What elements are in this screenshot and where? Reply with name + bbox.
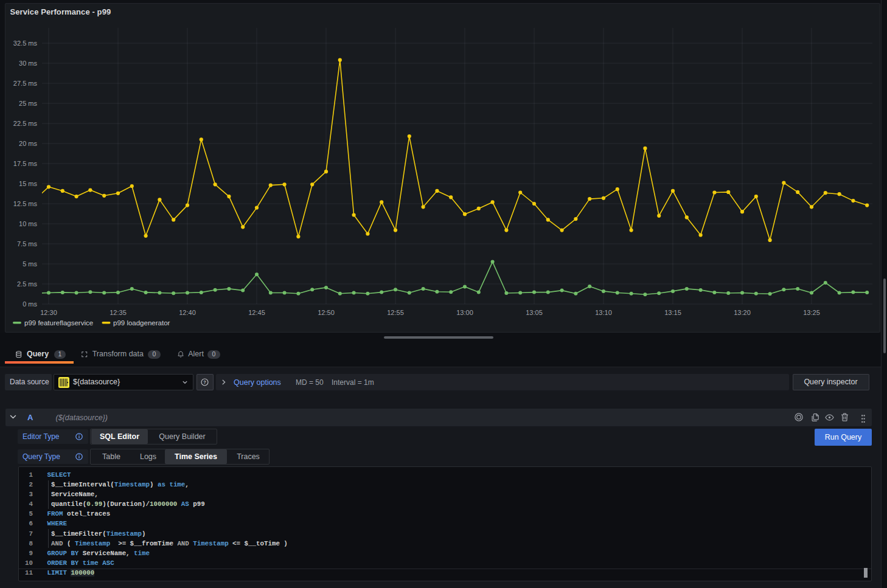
svg-text:?: ? [203, 379, 206, 385]
svg-text:15 ms: 15 ms [19, 180, 37, 187]
svg-text:17.5 ms: 17.5 ms [13, 160, 38, 167]
svg-text:12:50: 12:50 [318, 309, 335, 316]
svg-text:20 ms: 20 ms [19, 140, 37, 147]
svg-text:7.5 ms: 7.5 ms [17, 240, 38, 247]
svg-text:p99 featureflagservice: p99 featureflagservice [24, 319, 93, 327]
svg-text:12:55: 12:55 [387, 309, 404, 316]
svg-text:2.5 ms: 2.5 ms [17, 280, 38, 288]
svg-text:12:45: 12:45 [248, 309, 265, 316]
svg-text:22.5 ms: 22.5 ms [13, 120, 38, 127]
svg-text:13:20: 13:20 [734, 309, 751, 316]
svg-text:13:10: 13:10 [595, 309, 612, 316]
svg-text:10 ms: 10 ms [19, 220, 37, 227]
svg-text:13:25: 13:25 [803, 309, 820, 316]
svg-text:12:40: 12:40 [179, 309, 196, 316]
svg-text:13:15: 13:15 [664, 309, 681, 316]
svg-text:p99 loadgenerator: p99 loadgenerator [113, 319, 170, 327]
svg-text:13:05: 13:05 [526, 309, 543, 316]
svg-text:30 ms: 30 ms [19, 60, 37, 67]
svg-text:13:00: 13:00 [456, 309, 473, 316]
svg-text:27.5 ms: 27.5 ms [13, 80, 38, 87]
svg-text:12:35: 12:35 [110, 309, 127, 316]
svg-text:12:30: 12:30 [40, 309, 57, 316]
svg-text:25 ms: 25 ms [19, 100, 37, 107]
svg-text:0 ms: 0 ms [23, 300, 37, 308]
svg-text:12.5 ms: 12.5 ms [13, 200, 38, 207]
svg-text:5 ms: 5 ms [23, 260, 37, 268]
svg-text:32.5 ms: 32.5 ms [13, 40, 38, 47]
